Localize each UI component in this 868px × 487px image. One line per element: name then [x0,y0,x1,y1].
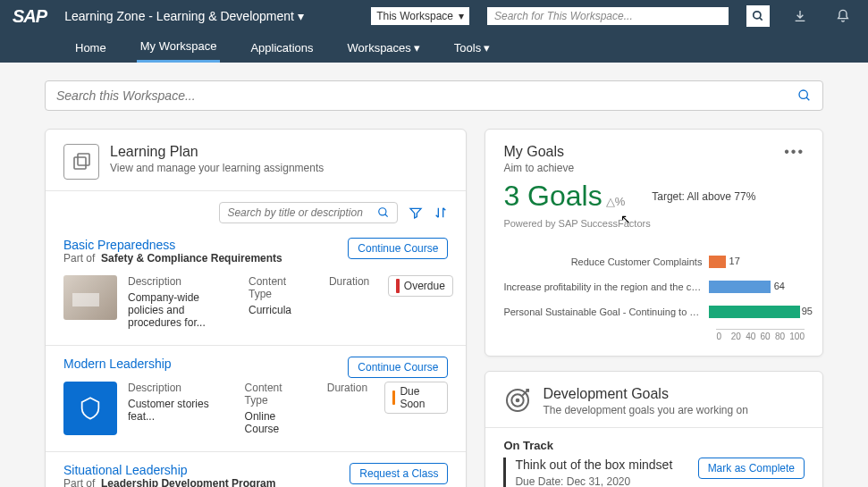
due-soon-indicator-icon [392,390,395,405]
target-icon [503,386,532,415]
search-icon[interactable] [797,88,812,103]
search-scope-select[interactable]: This Workspace ▾ [371,7,469,25]
sort-icon[interactable] [434,206,448,220]
course-filter-search[interactable] [219,202,398,223]
powered-by: Powered by SAP SuccessFactors [503,218,805,229]
continue-course-button[interactable]: Continue Course [348,357,448,378]
tick: 100 [789,332,805,341]
chevron-down-icon: ▾ [414,41,420,55]
chart-bar [709,256,725,268]
goals-subtitle: Aim to achieve [503,162,574,174]
nav-my-workspace[interactable]: My Workspace [137,32,221,63]
course-thumbnail [63,275,117,320]
svg-point-0 [754,12,761,19]
tick: 40 [746,332,760,341]
course-item: Basic Preparedness Part of Safety & Comp… [63,238,448,329]
svg-line-1 [760,18,763,21]
mark-complete-button[interactable]: Mark as Complete [698,458,805,479]
dev-goal-item: Think out of the box mindset Due Date: D… [503,458,805,487]
svg-point-10 [517,399,519,402]
workspace-search-input[interactable] [56,88,797,103]
scope-label: This Workspace [376,10,453,22]
status-due-soon: Due Soon [384,382,448,414]
svg-rect-4 [74,157,86,169]
bell-icon[interactable] [830,9,855,23]
partof-label: Part of [63,477,95,487]
chevron-down-icon: ▾ [459,10,464,22]
course-description: Company-wide policies and procedures for… [128,291,227,329]
filter-icon[interactable] [409,206,423,220]
chart-bar [709,306,799,318]
dev-goal-due: Due Date: Dec 31, 2020 [515,475,672,487]
chart-value: 95 [802,306,813,316]
course-filter-input[interactable] [227,206,377,219]
dev-goals-title: Development Goals [543,386,747,402]
svg-point-2 [799,90,807,98]
svg-line-3 [806,97,809,100]
request-class-button[interactable]: Request a Class [350,463,448,484]
nav-tools[interactable]: Tools▾ [451,32,493,63]
course-thumbnail [63,382,117,435]
chart-category: Personal Sustainable Goal - Continuing t… [503,306,709,317]
chart-category: Increase profitability in the region and… [503,281,709,292]
course-item: Situational Leadership Part of Leadershi… [63,463,448,487]
tick: 80 [775,332,789,341]
learning-plan-title: Learning Plan [110,144,324,160]
learning-plan-icon [63,144,99,180]
overdue-indicator-icon [396,279,400,293]
on-track-label: On Track [503,439,805,452]
search-icon[interactable] [377,206,390,219]
my-goals-card: My Goals Aim to achieve ••• 3 Goals △% T… [485,129,823,357]
course-content-type: Online Course [245,410,306,435]
tick: 20 [731,332,746,341]
course-description: Customer stories feat... [128,398,223,423]
nav-home[interactable]: Home [72,32,110,63]
chart-category: Reduce Customer Complaints [503,256,709,267]
goals-chart: Reduce Customer Complaints 17 Increase p… [503,254,805,341]
dev-goals-card: Development Goals The development goals … [485,371,823,487]
course-item: Modern Leadership Continue Course Descri… [63,357,448,435]
svg-line-7 [385,214,388,217]
tick: 0 [716,332,730,341]
caret-down-icon: ▾ [298,9,304,23]
chart-value: 17 [729,256,740,266]
partof-value: Leadership Development Program [101,477,275,487]
svg-point-6 [379,208,386,215]
sap-logo: SAP [13,6,46,27]
course-title-link[interactable]: Situational Leadership [63,463,275,477]
partof-label: Part of [63,252,95,264]
continue-course-button[interactable]: Continue Course [348,238,448,259]
nav-workspaces[interactable]: Workspaces▾ [344,32,424,63]
global-search-input[interactable] [487,7,729,25]
course-content-type: Curricula [249,304,308,316]
goals-title: My Goals [503,144,574,160]
download-icon[interactable] [788,9,813,23]
goals-delta-icon: △% [606,195,626,208]
goals-target: Target: All above 77% [652,190,755,203]
chevron-down-icon: ▾ [484,41,490,55]
status-overdue: Overdue [388,275,453,297]
workspace-search[interactable] [45,80,823,111]
partof-value: Safety & Compliance Requirements [101,252,282,264]
more-menu-icon[interactable]: ••• [784,144,805,160]
dev-goal-title: Think out of the box mindset [515,458,672,472]
course-title-link[interactable]: Basic Preparedness [63,238,282,252]
course-title-link[interactable]: Modern Leadership [63,357,172,371]
search-button[interactable] [746,5,770,27]
learning-plan-card: Learning Plan View and manage your learn… [45,129,467,487]
svg-rect-5 [78,154,89,165]
chart-bar [709,281,770,293]
search-icon [752,10,764,22]
goals-count: 3 Goals [503,180,602,213]
dev-goals-subtitle: The development goals you are working on [543,404,747,416]
tick: 60 [761,332,775,341]
chart-axis: 0 20 40 60 80 100 [716,329,805,341]
chart-value: 64 [774,281,785,291]
workspace-title: Learning Zone - Learning & Development [64,9,294,23]
workspace-dropdown[interactable]: Learning Zone - Learning & Development ▾ [64,9,304,23]
nav-applications[interactable]: Applications [247,32,316,63]
learning-plan-subtitle: View and manage your learning assignment… [110,162,324,174]
